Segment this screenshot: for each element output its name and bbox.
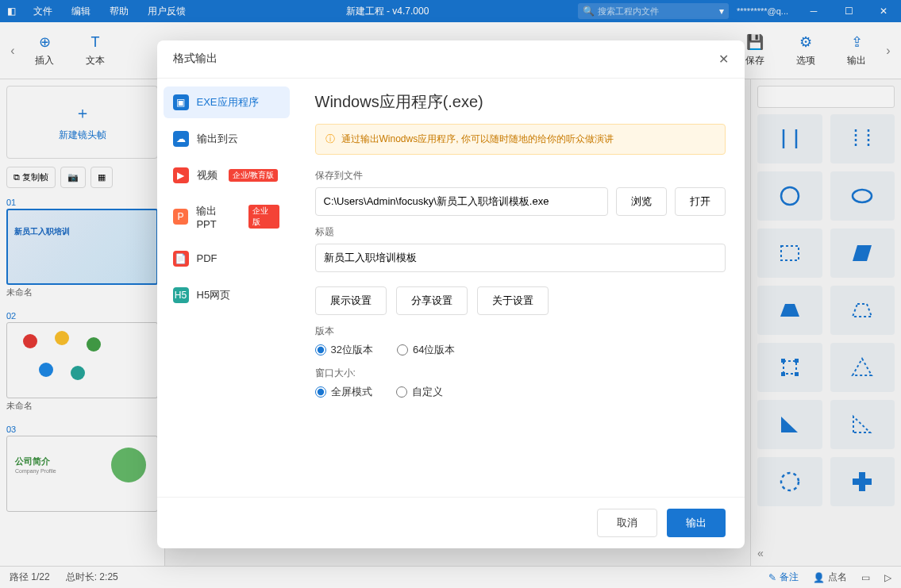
version-label: 版本 [315,325,726,338]
export-type-ppt[interactable]: P输出PPT企业版 [164,196,290,238]
save-path-input[interactable] [315,187,608,216]
title-field-label: 标题 [315,225,726,239]
export-heading: Windows应用程序(.exe) [315,91,726,113]
dialog-close-button[interactable]: ✕ [718,52,729,67]
tip-text: 通过输出Winodws应用程序, 你可以随时随地的给你的听众做演讲 [341,133,614,146]
radio-label: 64位版本 [413,343,455,357]
radio-input[interactable] [397,344,408,355]
export-type-label: 输出PPT [196,204,237,230]
radio-input[interactable] [315,344,326,355]
open-button[interactable]: 打开 [675,187,726,216]
h5-icon: H5 [173,287,189,303]
share-settings-button[interactable]: 分享设置 [396,286,468,315]
title-input[interactable] [315,244,726,272]
export-button[interactable]: 输出 [667,509,726,537]
cancel-button[interactable]: 取消 [597,509,657,537]
export-type-label: PDF [197,252,218,264]
radio-32bit[interactable]: 32位版本 [315,343,373,357]
export-type-video[interactable]: ▶视频企业/教育版 [164,159,290,191]
dialog-title: 格式输出 [173,52,218,66]
about-settings-button[interactable]: 关于设置 [477,286,549,315]
export-settings: Windows应用程序(.exe) ⓘ通过输出Winodws应用程序, 你可以随… [296,79,745,497]
radio-input[interactable] [315,386,326,398]
play-icon: ▶ [173,167,189,183]
browse-button[interactable]: 浏览 [616,187,667,216]
export-type-exe[interactable]: ▣EXE应用程序 [164,86,290,118]
cloud-icon: ☁ [173,131,189,147]
ppt-icon: P [173,209,189,225]
radio-label: 自定义 [412,385,443,399]
radio-64bit[interactable]: 64位版本 [397,343,455,357]
window-icon: ▣ [173,94,189,110]
badge: 企业版 [248,205,280,229]
export-dialog: 格式输出 ✕ ▣EXE应用程序 ☁输出到云 ▶视频企业/教育版 P输出PPT企业… [157,40,745,548]
export-type-label: 输出到云 [197,132,238,146]
export-type-label: EXE应用程序 [197,95,259,110]
radio-fullscreen[interactable]: 全屏模式 [315,385,372,399]
radio-input[interactable] [396,386,407,398]
export-type-cloud[interactable]: ☁输出到云 [164,123,290,155]
export-type-label: 视频 [197,168,218,183]
modal-overlay: 格式输出 ✕ ▣EXE应用程序 ☁输出到云 ▶视频企业/教育版 P输出PPT企业… [0,0,901,588]
info-icon: ⓘ [325,133,335,146]
radio-custom[interactable]: 自定义 [396,385,443,399]
pdf-icon: 📄 [173,251,189,267]
badge: 企业/教育版 [229,169,279,182]
export-type-pdf[interactable]: 📄PDF [164,243,290,275]
export-type-label: H5网页 [197,288,231,302]
tip-banner: ⓘ通过输出Winodws应用程序, 你可以随时随地的给你的听众做演讲 [315,124,726,155]
radio-label: 全屏模式 [331,385,372,399]
save-path-label: 保存到文件 [315,169,726,183]
window-size-label: 窗口大小: [315,367,726,380]
display-settings-button[interactable]: 展示设置 [315,286,387,315]
radio-label: 32位版本 [331,343,373,357]
export-type-list: ▣EXE应用程序 ☁输出到云 ▶视频企业/教育版 P输出PPT企业版 📄PDF … [157,79,296,497]
export-type-h5[interactable]: H5H5网页 [164,279,290,311]
